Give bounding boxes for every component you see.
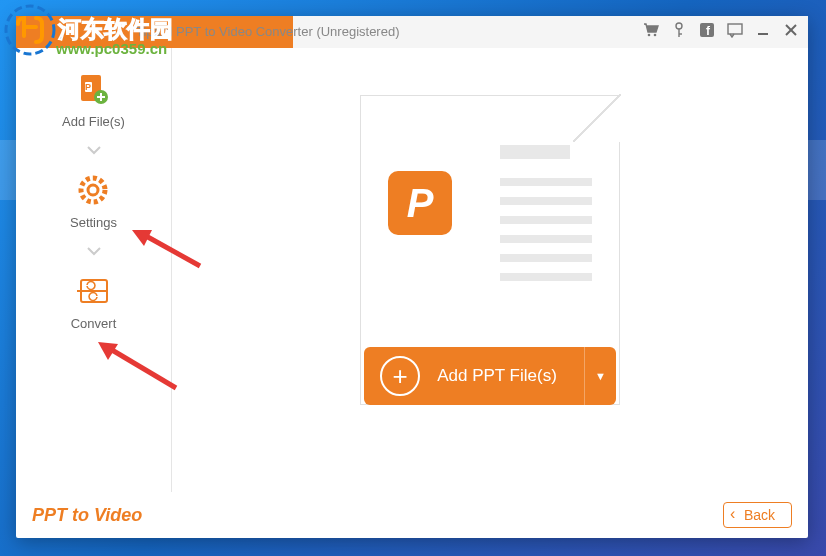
app-body: P Add File(s) Settin — [16, 48, 808, 492]
watermark-logo — [4, 4, 56, 56]
svg-point-2 — [676, 23, 682, 29]
add-ppt-button[interactable]: + Add PPT File(s) ▼ — [364, 347, 616, 405]
svg-point-18 — [88, 185, 98, 195]
svg-point-0 — [648, 34, 651, 37]
facebook-icon[interactable]: f — [698, 22, 716, 41]
step-add-files[interactable]: P Add File(s) — [62, 70, 125, 129]
svg-point-21 — [6, 6, 54, 54]
powerpoint-icon: P — [388, 171, 452, 235]
back-button[interactable]: Back — [723, 502, 792, 528]
titlebar-controls: f — [642, 22, 800, 41]
window-title: Tipard PPT to Video Converter (Unregiste… — [136, 24, 400, 39]
feedback-icon[interactable] — [726, 22, 744, 41]
footer: PPT to Video Back — [16, 492, 808, 538]
add-ppt-label: Add PPT File(s) — [410, 366, 584, 386]
step-label: Add File(s) — [62, 114, 125, 129]
sidebar: P Add File(s) Settin — [16, 48, 172, 492]
step-label: Convert — [71, 316, 117, 331]
convert-icon — [75, 272, 113, 310]
step-settings[interactable]: Settings — [70, 171, 117, 230]
doc-lines — [500, 145, 592, 281]
svg-text:P: P — [85, 82, 91, 92]
watermark-url: www.pc0359.cn — [56, 40, 167, 57]
main-content: P + Add PPT File(s) ▼ — [172, 48, 808, 492]
step-convert[interactable]: Convert — [71, 272, 117, 331]
footer-brand: PPT to Video — [32, 505, 142, 526]
gear-icon — [74, 171, 112, 209]
svg-point-17 — [81, 178, 105, 202]
cart-icon[interactable] — [642, 22, 660, 41]
add-files-icon: P — [74, 70, 112, 108]
svg-rect-7 — [728, 24, 742, 34]
key-icon[interactable] — [670, 22, 688, 41]
close-button[interactable] — [782, 23, 800, 40]
minimize-button[interactable] — [754, 23, 772, 40]
app-window: Tipard PPT to Video Converter (Unregiste… — [16, 16, 808, 538]
doc-fold-corner — [573, 94, 621, 142]
chevron-down-icon — [86, 242, 102, 260]
svg-point-1 — [654, 34, 657, 37]
chevron-down-icon — [86, 141, 102, 159]
step-label: Settings — [70, 215, 117, 230]
document-placeholder: P + Add PPT File(s) ▼ — [360, 95, 620, 405]
dropdown-arrow-icon[interactable]: ▼ — [584, 347, 616, 405]
